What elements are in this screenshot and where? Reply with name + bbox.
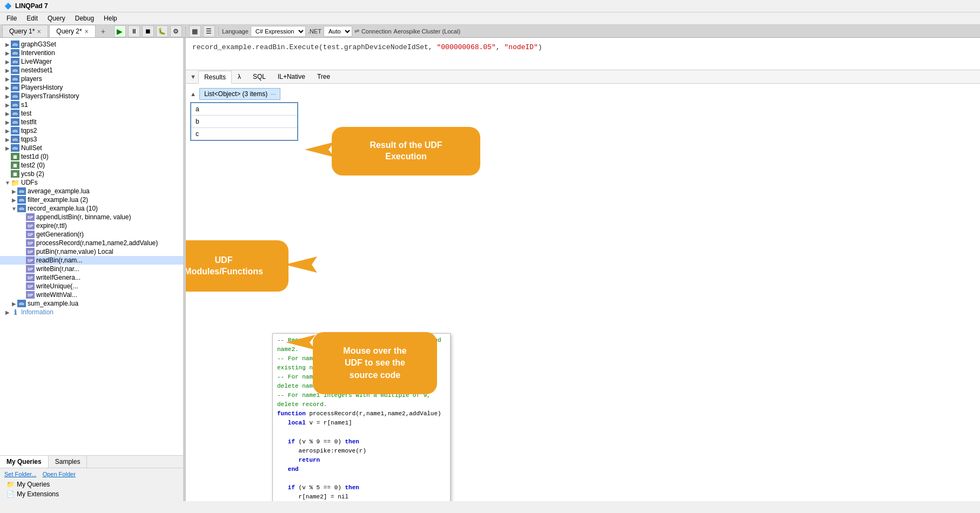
language-select[interactable]: C# Expression xyxy=(251,26,306,37)
list-view-button[interactable]: ☰ xyxy=(203,25,215,37)
tree-item-NullSet[interactable]: ▶ db NullSet xyxy=(0,144,183,152)
code-editor[interactable]: record_example.readBin.Execute(test.grap… xyxy=(186,38,980,70)
stop-button[interactable]: ⏹ xyxy=(142,25,154,37)
tree-item-LiveWager[interactable]: ▶ db LiveWager xyxy=(0,57,183,66)
tree-label: expire(r,ttl) xyxy=(36,222,67,230)
results-area: ▼ Results λ SQL IL+Native Tree ▲ List<Ob… xyxy=(186,70,980,501)
tree-item-nestedset1[interactable]: ▶ db nestedset1 xyxy=(0,66,183,75)
grid-view-button[interactable]: ▦ xyxy=(189,25,201,37)
tree-item-writeBin[interactable]: SP writeBin(r,nar... xyxy=(0,265,183,273)
my-queries-item[interactable]: 📁 My Queries xyxy=(4,480,179,489)
results-collapse[interactable]: ▼ xyxy=(190,73,196,80)
tree-item-ycsb[interactable]: ▦ ycsb (2) xyxy=(0,170,183,178)
callout-mouse-over-arrow xyxy=(286,335,316,350)
tree-label: writeUnique(... xyxy=(36,282,78,290)
tree-arrow: ▶ xyxy=(4,42,11,48)
app-icon: 🔷 xyxy=(4,3,12,10)
results-tab-lambda[interactable]: λ xyxy=(232,70,247,83)
tab-add-button[interactable]: + xyxy=(97,25,110,37)
tree-item-players[interactable]: ▶ db players xyxy=(0,75,183,83)
db-icon: db xyxy=(11,118,19,126)
results-content: ▲ List<Object> (3 items) ··· a b c -- Re… xyxy=(186,84,980,501)
tree-item-information[interactable]: ▶ ℹ Information xyxy=(0,308,183,316)
tree-item-PlayersHistory[interactable]: ▶ db PlayersHistory xyxy=(0,83,183,92)
step-button[interactable]: ⚙ xyxy=(170,25,182,37)
tree-arrow xyxy=(19,240,26,246)
results-tab-sql[interactable]: SQL xyxy=(247,70,272,83)
tree-label: sum_example.lua xyxy=(28,300,78,307)
tree-item-Intervention[interactable]: ▶ db Intervention xyxy=(0,49,183,57)
tree-item-test1d[interactable]: ▦ test1d (0) xyxy=(0,152,183,161)
sidebar-tab-samples[interactable]: Samples xyxy=(49,456,88,468)
run-button[interactable]: ▶ xyxy=(114,25,126,37)
tab-query2[interactable]: Query 2* ✕ xyxy=(49,25,95,37)
tree-item-PlayersTransHistory[interactable]: ▶ db PlayersTransHistory xyxy=(0,92,183,100)
tree-item-putBin[interactable]: SP putBin(r,name,value) Local xyxy=(0,247,183,256)
tree-label: players xyxy=(21,75,42,83)
tree-item-tqps3[interactable]: ▶ db tqps3 xyxy=(0,135,183,144)
tree-item-record[interactable]: ▼ db record_example.lua (10) xyxy=(0,204,183,213)
tree-item-getGeneration[interactable]: SP getGeneration(r) xyxy=(0,230,183,239)
result-more-button[interactable]: ··· xyxy=(271,91,276,97)
tree-arrow xyxy=(19,249,26,255)
sep2 xyxy=(218,26,219,36)
sidebar-tab-my-queries[interactable]: My Queries xyxy=(0,456,49,468)
menu-file[interactable]: File xyxy=(2,14,21,23)
folder-icon: 📁 xyxy=(11,179,19,186)
menu-debug[interactable]: Debug xyxy=(71,14,98,23)
pause-button[interactable]: ⏸ xyxy=(128,25,140,37)
sp-icon: SP xyxy=(26,256,35,264)
tree-arrow: ▶ xyxy=(4,102,11,108)
tree-item-average[interactable]: ▶ db average_example.lua xyxy=(0,187,183,195)
code-text: record_example.readBin.Execute(test.grap… xyxy=(192,43,437,51)
tree-label: Intervention xyxy=(21,49,55,57)
callout-udf-modules-arrow xyxy=(285,256,317,273)
results-tab-results[interactable]: Results xyxy=(198,71,232,84)
tree-item-expire[interactable]: SP expire(r,ttl) xyxy=(0,221,183,230)
menu-query[interactable]: Query xyxy=(43,14,70,23)
tree-arrow: ▶ xyxy=(4,50,11,56)
tree-arrow xyxy=(19,284,26,289)
tree-item-processRecord[interactable]: SP processRecord(r,name1,name2,addValue) xyxy=(0,239,183,247)
results-tab-ilnative[interactable]: IL+Native xyxy=(272,70,311,83)
tooltip-code-blank-2 xyxy=(277,474,446,483)
tree-item-writeIfGenera[interactable]: SP writeIfGenera... xyxy=(0,273,183,282)
tree-item-UDFs[interactable]: ▼ 📁 UDFs xyxy=(0,178,183,187)
tree-arrow: ▶ xyxy=(4,145,11,151)
debug-button[interactable]: 🐛 xyxy=(156,25,168,37)
set-folder-link[interactable]: Set Folder... xyxy=(4,471,36,477)
result-list-header: ▲ List<Object> (3 items) ··· xyxy=(190,88,976,100)
tree-label: UDFs xyxy=(21,179,38,186)
tree-item-test2[interactable]: ▦ test2 (0) xyxy=(0,161,183,170)
tree-item-test[interactable]: ▶ db test xyxy=(0,109,183,118)
menu-help[interactable]: Help xyxy=(99,14,122,23)
tree-item-s1[interactable]: ▶ db s1 xyxy=(0,100,183,109)
my-extensions-item[interactable]: 📄 My Extensions xyxy=(4,489,179,499)
net-select[interactable]: Auto xyxy=(324,26,352,37)
app-title: LINQPad 7 xyxy=(15,2,48,10)
extensions-icon: 📄 xyxy=(6,490,15,498)
svg-marker-1 xyxy=(305,142,334,157)
tree-item-writeUnique[interactable]: SP writeUnique(... xyxy=(0,282,183,291)
result-expand[interactable]: ▲ xyxy=(190,91,196,97)
tab-query2-close[interactable]: ✕ xyxy=(84,29,89,35)
db-icon: db xyxy=(11,92,19,100)
sp-icon: SP xyxy=(26,248,35,255)
menu-edit[interactable]: Edit xyxy=(22,14,42,23)
tree-item-writeWithVal[interactable]: SP writeWithVal... xyxy=(0,291,183,299)
open-folder-link[interactable]: Open Folder xyxy=(43,471,76,477)
tree-item-sum[interactable]: ▶ db sum_example.lua xyxy=(0,299,183,308)
tooltip-code-line-1: local v = r[name1] xyxy=(277,418,446,428)
tree-item-graphG3Set[interactable]: ▶ db graphG3Set xyxy=(0,40,183,49)
results-tab-tree[interactable]: Tree xyxy=(311,70,336,83)
tree-item-tqps2[interactable]: ▶ db tqps2 xyxy=(0,126,183,135)
tab-query2-label: Query 2* xyxy=(56,28,82,35)
tree-item-appendListBin[interactable]: SP appendListBin(r, binname, value) xyxy=(0,213,183,221)
tree-item-readBin[interactable]: SP readBin(r,nam... xyxy=(0,256,183,265)
tree-label: test1d (0) xyxy=(21,153,49,160)
tab-query1[interactable]: Query 1* ✕ xyxy=(2,25,48,37)
tree-item-testfit[interactable]: ▶ db testfit xyxy=(0,118,183,126)
tab-query1-close[interactable]: ✕ xyxy=(37,29,41,35)
tree-item-filter[interactable]: ▶ db filter_example.lua (2) xyxy=(0,195,183,204)
tree-arrow xyxy=(19,223,26,229)
